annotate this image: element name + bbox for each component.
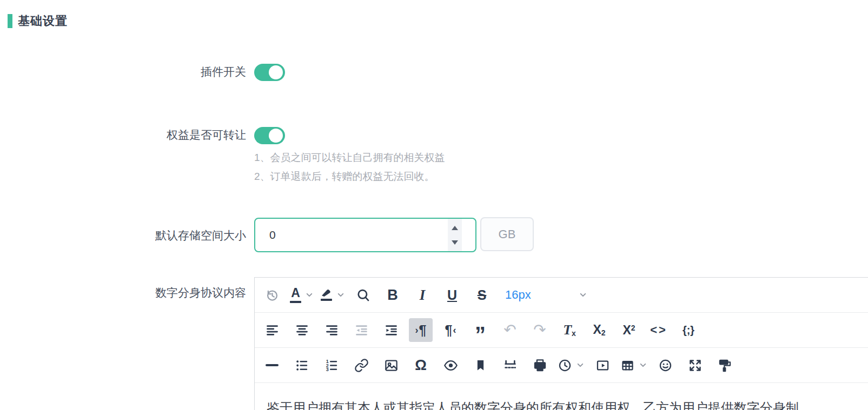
agreement-label: 数字分身协议内容	[0, 285, 246, 300]
plugin-switch-label: 插件开关	[0, 64, 246, 79]
toolbar-insert-time-button[interactable]	[558, 353, 585, 377]
toolbar-inline-code-button[interactable]: <>	[647, 318, 671, 342]
blockquote-icon: ”	[475, 324, 486, 337]
font-color-icon: A	[290, 287, 301, 303]
toolbar-link-button[interactable]	[349, 353, 373, 377]
toolbar-row: ›¶¶‹”↶↷TxX2X2<>{;}	[255, 313, 868, 348]
underline-icon: U	[447, 288, 457, 302]
editor-toolbar: ABIUS16px›¶¶‹”↶↷TxX2X2<>{;}123Ω	[255, 278, 868, 383]
page-break-icon	[503, 358, 518, 373]
toolbar-row: ABIUS16px	[255, 278, 868, 313]
toolbar-align-right-button[interactable]	[320, 318, 343, 342]
toolbar-ltr-button[interactable]: ›¶	[409, 318, 433, 342]
toolbar-video-button[interactable]	[591, 353, 614, 377]
bullet-list-icon	[295, 358, 309, 373]
code-block-icon: {;}	[683, 325, 694, 335]
format-painter-icon	[718, 358, 732, 373]
toolbar-subscript-button[interactable]: X2	[587, 318, 611, 342]
toolbar-row: 123Ω	[255, 348, 868, 383]
toolbar-highlight-button[interactable]	[320, 283, 345, 307]
bookmark-icon	[473, 358, 488, 373]
hint-line-1: 1、会员之间可以转让自己拥有的相关权益	[254, 148, 445, 167]
chevron-down-icon	[579, 291, 587, 299]
toolbar-page-break-button[interactable]	[498, 353, 522, 377]
toolbar-font-color-button[interactable]: A	[290, 283, 314, 307]
subscript-icon: X2	[593, 324, 605, 337]
toolbar-redo-button[interactable]: ↷	[528, 318, 552, 342]
toolbar-ordered-list-button[interactable]: 123	[320, 353, 343, 377]
align-center-icon	[295, 323, 309, 338]
toolbar-image-button[interactable]	[379, 353, 403, 377]
rtl-icon: ¶‹	[445, 324, 456, 337]
fullscreen-icon	[688, 358, 703, 373]
align-right-icon	[324, 323, 339, 338]
toolbar-rtl-button[interactable]: ¶‹	[439, 318, 462, 342]
font-size-icon: 16px	[505, 289, 531, 301]
toolbar-align-center-button[interactable]	[290, 318, 314, 342]
toolbar-undo-button[interactable]: ↶	[498, 318, 522, 342]
toolbar-format-painter-button[interactable]	[713, 353, 737, 377]
rich-text-editor: ABIUS16px›¶¶‹”↶↷TxX2X2<>{;}123Ω 鉴于用户拥有其本…	[254, 277, 868, 410]
ordered-list-icon: 123	[324, 358, 339, 373]
strikethrough-icon: S	[478, 288, 487, 302]
toolbar-strikethrough-button[interactable]: S	[470, 283, 494, 307]
toolbar-table-button[interactable]	[620, 353, 647, 377]
transferable-hints: 1、会员之间可以转让自己拥有的相关权益 2、订单退款后，转赠的权益无法回收。	[254, 148, 445, 186]
ltr-icon: ›¶	[415, 324, 427, 337]
toolbar-blockquote-button[interactable]: ”	[468, 318, 492, 342]
italic-icon: I	[420, 288, 426, 303]
transferable-toggle[interactable]	[254, 127, 285, 144]
chevron-down-icon	[305, 291, 314, 299]
hint-line-2: 2、订单退款后，转赠的权益无法回收。	[254, 167, 445, 186]
toolbar-outdent-button[interactable]	[349, 318, 373, 342]
toolbar-align-left-button[interactable]	[260, 318, 284, 342]
undo-icon: ↶	[503, 322, 516, 338]
editor-content[interactable]: 鉴于用户拥有其本人或其指定人员的数字分身的所有权和使用权，乙方为用户提供数字分身…	[255, 383, 868, 410]
horizontal-rule-icon	[266, 364, 279, 366]
outdent-icon	[354, 323, 369, 338]
print-icon	[533, 358, 547, 373]
plugin-switch-toggle[interactable]	[254, 64, 285, 81]
storage-unit-suffix: GB	[480, 217, 534, 251]
superscript-icon: X2	[622, 324, 635, 337]
toolbar-superscript-button[interactable]: X2	[617, 318, 641, 342]
spinner-up-button[interactable]	[451, 225, 459, 230]
storage-size-label: 默认存储空间大小	[0, 228, 246, 243]
toolbar-fullscreen-button[interactable]	[683, 353, 707, 377]
clear-format-icon: Tx	[563, 323, 576, 337]
indent-icon	[384, 323, 399, 338]
toolbar-indent-button[interactable]	[379, 318, 403, 342]
toolbar-history-button[interactable]	[260, 283, 284, 307]
redo-icon: ↷	[533, 322, 546, 338]
chevron-down-icon	[639, 361, 647, 369]
align-left-icon	[265, 323, 280, 338]
chevron-down-icon	[576, 361, 585, 369]
toolbar-search-button[interactable]	[351, 283, 375, 307]
toolbar-bullet-list-button[interactable]	[290, 353, 314, 377]
bold-icon: B	[387, 288, 398, 303]
toolbar-italic-button[interactable]: I	[410, 283, 434, 307]
chevron-down-icon	[336, 291, 345, 299]
toolbar-font-size-button[interactable]: 16px	[500, 283, 593, 307]
section-accent-bar	[8, 14, 12, 28]
toggle-knob	[269, 65, 283, 79]
toolbar-bold-button[interactable]: B	[381, 283, 405, 307]
toolbar-preview-button[interactable]	[439, 353, 462, 377]
toolbar-bookmark-button[interactable]	[468, 353, 492, 377]
number-spinner	[448, 219, 462, 251]
toolbar-clear-format-button[interactable]: Tx	[558, 318, 581, 342]
storage-size-input[interactable]: 0	[254, 218, 476, 252]
toolbar-underline-button[interactable]: U	[440, 283, 464, 307]
toolbar-emoji-button[interactable]	[653, 353, 677, 377]
insert-time-icon	[558, 358, 572, 373]
svg-text:3: 3	[326, 367, 328, 372]
toolbar-horizontal-rule-button[interactable]	[260, 353, 284, 377]
spinner-down-button[interactable]	[451, 240, 459, 245]
highlight-icon	[320, 289, 333, 301]
toolbar-code-block-button[interactable]: {;}	[677, 318, 700, 342]
toolbar-print-button[interactable]	[528, 353, 552, 377]
emoji-icon	[658, 358, 673, 373]
toolbar-special-char-button[interactable]: Ω	[409, 353, 433, 377]
link-icon	[354, 358, 369, 373]
transferable-label: 权益是否可转让	[0, 127, 246, 143]
